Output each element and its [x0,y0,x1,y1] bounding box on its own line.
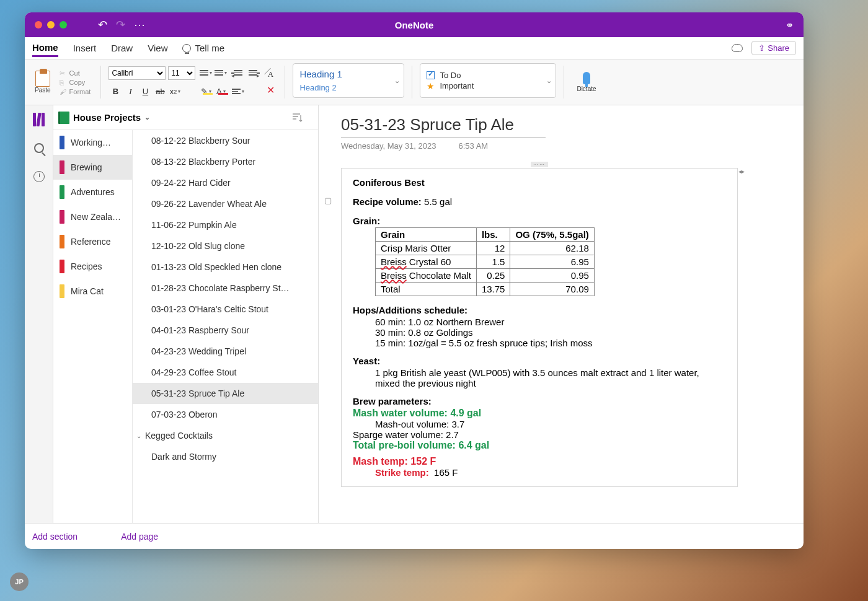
italic-button[interactable]: I [123,85,137,99]
minimize-icon[interactable] [47,21,55,29]
section-color-swatch [60,185,64,199]
page-item[interactable]: 09-24-22 Hard Cider [133,172,318,193]
brew-params-label: Brew parameters: [353,396,726,406]
window-controls [35,21,67,29]
section-color-swatch [60,210,64,224]
clear-formatting-button[interactable]: A [264,68,277,81]
bold-button[interactable]: B [108,85,122,99]
note-container[interactable]: ◂▸ ▢ Coniferous Best Recipe volume: 5.5 … [341,168,738,487]
copy-icon: ⎘ [60,79,67,86]
subsection-toggle[interactable]: ⌄ Kegged Cocktails [133,425,318,446]
page-item[interactable]: 11-06-22 Pumpkin Ale [133,214,318,235]
add-section-button[interactable]: Add section [32,532,78,542]
chevron-icon: ⌄ [546,77,552,85]
table-row: Crisp Maris Otter1262.18 [376,242,595,255]
page-item[interactable]: 09-26-22 Lavender Wheat Ale [133,193,318,214]
yeast-text: 1 pkg British ale yeast (WLP005) with 3.… [375,367,726,388]
page-title-input[interactable] [341,115,546,138]
dictate-button[interactable]: Dictate [572,63,601,101]
page-item[interactable]: 05-31-23 Spruce Tip Ale [133,383,318,404]
page-item[interactable]: 04-23-23 Wedding Tripel [133,341,318,362]
section-label: Adventures [71,187,115,197]
section-item[interactable]: Mira Cat [53,279,132,304]
page-item[interactable]: 03-01-23 O'Hara's Celtic Stout [133,299,318,320]
page-canvas[interactable]: Wednesday, May 31, 2023 6:53 AM ◂▸ ▢ Con… [319,105,804,523]
font-family-select[interactable]: Calibri [108,66,166,80]
font-color-button[interactable]: A [214,85,228,99]
underline-button[interactable]: U [138,85,152,99]
numbering-button[interactable] [214,66,228,80]
section-color-swatch [60,235,64,248]
page-item[interactable]: 08-12-22 Blackberry Sour [133,130,318,151]
strikethrough-button[interactable]: ab [153,85,167,99]
bottom-bar: Add section Add page [25,523,804,549]
tab-home[interactable]: Home [32,40,58,57]
redo-icon[interactable]: ↷ [116,18,125,32]
ribbon: Paste ✂Cut ⎘Copy 🖌Format Calibri 11 B I … [25,59,804,105]
section-list: Working…BrewingAdventuresNew Zeala…Refer… [53,105,133,523]
tag-important[interactable]: ★Important [427,81,549,91]
notebook-icon [58,112,69,124]
tab-insert[interactable]: Insert [73,40,97,56]
paste-button[interactable]: Paste [31,69,55,95]
add-page-button[interactable]: Add page [121,532,158,542]
mash-water: Mash water volume: 4.9 gal [353,408,726,419]
tags-gallery[interactable]: To Do ★Important ⌄ [420,63,556,98]
more-icon[interactable]: ⋯ [134,18,145,32]
page-item[interactable]: 04-29-23 Coffee Stout [133,362,318,383]
tell-me-label: Tell me [195,43,224,53]
page-item[interactable]: 01-28-23 Chocolate Raspberry St… [133,278,318,299]
pre-boil: Total pre-boil volume: 6.4 gal [353,440,726,451]
user-avatar[interactable]: JP [10,572,29,591]
share-label: Share [768,43,789,53]
page-item[interactable]: 12-10-22 Old Slug clone [133,235,318,257]
section-item[interactable]: Adventures [53,180,132,204]
section-item[interactable]: New Zeala… [53,204,132,229]
page-item[interactable]: 04-01-23 Raspberry Sour [133,320,318,341]
section-item[interactable]: Recipes [53,254,132,279]
section-item[interactable]: Reference [53,229,132,254]
resize-handle-icon[interactable]: ◂▸ [738,168,745,175]
notebook-header[interactable]: House Projects ⌄ [53,105,314,130]
maximize-icon[interactable] [60,21,67,29]
section-color-swatch [60,260,64,273]
align-button[interactable] [231,85,245,99]
grain-table: Grain lbs. OG (75%, 5.5gal) Crisp Maris … [375,227,595,296]
subscript-button[interactable]: x2 [168,85,182,99]
styles-gallery[interactable]: Heading 1 Heading 2 ⌄ [293,63,404,98]
container-handle-icon[interactable]: ▢ [324,196,332,205]
sync-status-icon[interactable] [732,44,743,52]
undo-icon[interactable]: ↶ [98,18,107,32]
bullets-button[interactable] [199,66,213,80]
tab-draw[interactable]: Draw [111,40,133,56]
cut-button[interactable]: ✂Cut [57,69,94,77]
delete-button[interactable]: ✕ [264,84,277,97]
outdent-button[interactable]: ◂ [231,66,245,80]
page-item[interactable]: Dark and Stormy [133,446,318,467]
close-icon[interactable] [35,21,42,29]
table-header-row: Grain lbs. OG (75%, 5.5gal) [376,228,595,242]
page-item[interactable]: 07-03-23 Oberon [133,404,318,425]
style-heading2[interactable]: Heading 2 [299,83,397,92]
page-item[interactable]: 08-13-22 Blackberry Porter [133,151,318,172]
share-button[interactable]: ⇪ Share [751,41,796,55]
section-item[interactable]: Brewing [53,155,132,180]
recent-button[interactable] [32,170,46,183]
copy-button[interactable]: ⎘Copy [57,78,94,87]
page-item[interactable]: 01-13-23 Old Speckled Hen clone [133,257,318,278]
tag-todo[interactable]: To Do [427,71,549,80]
section-item[interactable]: Working… [53,130,132,155]
indent-button[interactable]: ▸ [246,66,260,80]
notebooks-button[interactable] [32,113,46,126]
tell-me[interactable]: Tell me [182,43,224,53]
highlight-button[interactable]: ✎ [199,85,213,99]
sort-button[interactable] [291,113,303,123]
presence-icon[interactable]: ⚭ [786,19,794,31]
section-label: Reference [71,237,111,247]
hops-line: 30 min: 0.8 oz Goldings [375,327,726,338]
tab-view[interactable]: View [148,40,167,56]
format-painter-button[interactable]: 🖌Format [57,87,94,96]
font-size-select[interactable]: 11 [168,66,195,80]
style-heading1[interactable]: Heading 1 [299,69,397,79]
search-button[interactable] [32,141,46,155]
